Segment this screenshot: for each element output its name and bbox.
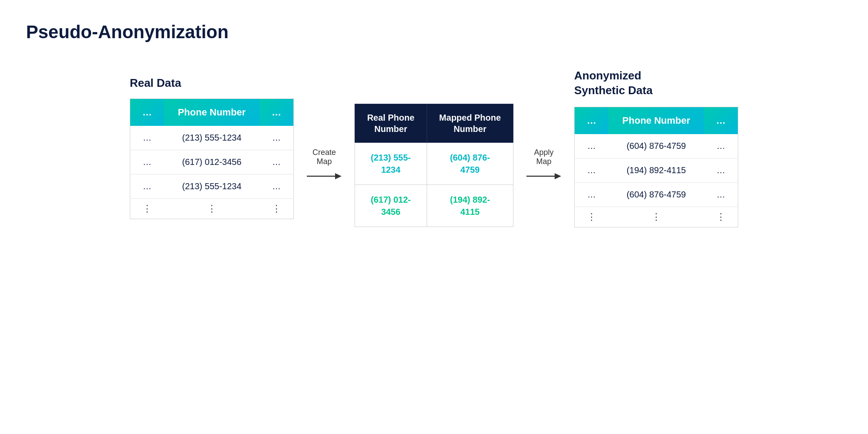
anon-table-header-phone: Phone Number [608, 107, 704, 134]
table-row-dots: ⋮ ⋮ ⋮ [130, 199, 293, 219]
vdots-right: ⋮ [260, 199, 294, 219]
page-title: Pseudo-Anonymization [26, 22, 842, 43]
cell-dots-r: … [704, 134, 738, 158]
create-map-label: CreateMap [312, 148, 336, 166]
map-table-row-1: (213) 555-1234 (604) 876-4759 [355, 142, 513, 184]
svg-marker-1 [335, 173, 342, 179]
apply-map-label: ApplyMap [534, 148, 554, 166]
vdots-left: ⋮ [575, 207, 609, 227]
vdots-mid: ⋮ [608, 207, 704, 227]
table-row-dots: ⋮ ⋮ ⋮ [575, 207, 738, 227]
anonymized-data-label: AnonymizedSynthetic Data [574, 69, 653, 98]
table-row: … (213) 555-1234 … [130, 174, 293, 199]
cell-dots-r: … [260, 174, 294, 199]
real-data-section: Real Data … Phone Number … … (213) 555-1… [130, 76, 294, 219]
cell-dots-l: … [575, 158, 609, 182]
anonymized-data-section: AnonymizedSynthetic Data … Phone Number … [574, 69, 738, 227]
real-table-header-dots-right: … [260, 99, 294, 126]
map-cell-mapped-2: (194) 892-4115 [427, 184, 513, 227]
cell-dots-l: … [130, 126, 164, 150]
map-table-header-row: Real PhoneNumber Mapped PhoneNumber [355, 104, 513, 142]
cell-phone: (604) 876-4759 [608, 134, 704, 158]
cell-dots-l: … [130, 174, 164, 199]
cell-dots-l: … [130, 150, 164, 174]
cell-phone: (617) 012-3456 [164, 150, 260, 174]
cell-dots-l: … [575, 134, 609, 158]
cell-phone: (213) 555-1234 [164, 126, 260, 150]
cell-dots-r: … [704, 158, 738, 182]
anon-table-header-row: … Phone Number … [575, 107, 738, 134]
vdots-left: ⋮ [130, 199, 164, 219]
page-container: Pseudo-Anonymization Real Data … Phone N… [0, 0, 868, 434]
real-table-header-dots-left: … [130, 99, 164, 126]
cell-phone: (213) 555-1234 [164, 174, 260, 199]
map-cell-real-2: (617) 012-3456 [355, 184, 427, 227]
real-data-label: Real Data [130, 76, 181, 90]
table-row: … (213) 555-1234 … [130, 126, 293, 150]
cell-dots-r: … [260, 126, 294, 150]
table-row: … (617) 012-3456 … [130, 150, 293, 174]
mapping-table: Real PhoneNumber Mapped PhoneNumber (213… [355, 104, 513, 227]
mapping-table-section: Real PhoneNumber Mapped PhoneNumber (213… [355, 104, 513, 227]
table-row: … (194) 892-4115 … [575, 158, 738, 182]
cell-phone: (194) 892-4115 [608, 158, 704, 182]
anon-table-header-dots-right: … [704, 107, 738, 134]
real-table-header-row: … Phone Number … [130, 99, 293, 126]
apply-map-arrow-section: ApplyMap [526, 148, 561, 183]
anonymized-data-table: … Phone Number … … (604) 876-4759 … … (1… [574, 107, 738, 227]
cell-phone: (604) 876-4759 [608, 182, 704, 207]
map-header-mapped: Mapped PhoneNumber [427, 104, 513, 142]
map-table-row-2: (617) 012-3456 (194) 892-4115 [355, 184, 513, 227]
map-cell-real-1: (213) 555-1234 [355, 142, 427, 184]
real-data-table: … Phone Number … … (213) 555-1234 … … (6… [130, 99, 294, 219]
cell-dots-r: … [260, 150, 294, 174]
vdots-right: ⋮ [704, 207, 738, 227]
table-row: … (604) 876-4759 … [575, 134, 738, 158]
real-table-header-phone: Phone Number [164, 99, 260, 126]
anon-table-header-dots-left: … [575, 107, 609, 134]
map-cell-mapped-1: (604) 876-4759 [427, 142, 513, 184]
apply-map-arrow-icon [526, 170, 561, 183]
create-map-arrow-icon [307, 170, 342, 183]
cell-dots-r: … [704, 182, 738, 207]
svg-marker-3 [555, 173, 561, 179]
map-header-real: Real PhoneNumber [355, 104, 427, 142]
cell-dots-l: … [575, 182, 609, 207]
diagram-area: Real Data … Phone Number … … (213) 555-1… [26, 69, 842, 227]
create-map-arrow-section: CreateMap [307, 148, 342, 183]
table-row: … (604) 876-4759 … [575, 182, 738, 207]
vdots-mid: ⋮ [164, 199, 260, 219]
